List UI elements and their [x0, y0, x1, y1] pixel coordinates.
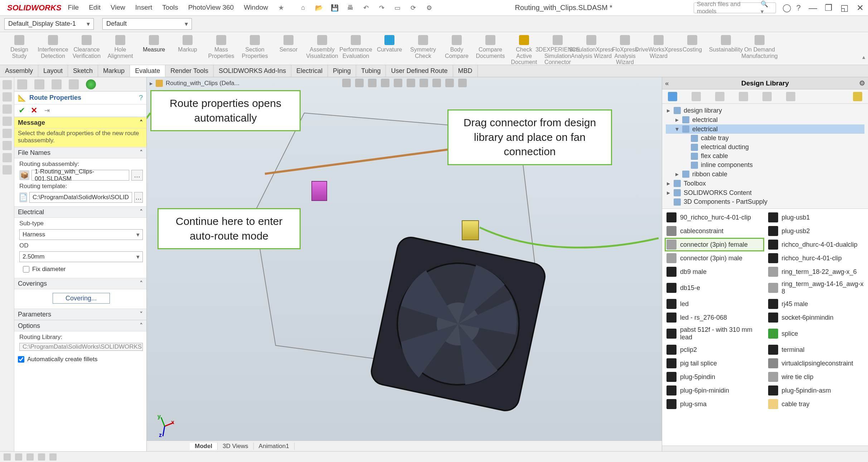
- status-icon[interactable]: [49, 453, 57, 461]
- rail-icon[interactable]: [3, 153, 12, 162]
- tab-assembly[interactable]: Assembly: [0, 65, 38, 77]
- lib-item-connector-3pin-male[interactable]: connector (3pin) male: [665, 252, 764, 265]
- open-icon[interactable]: 📂: [314, 3, 324, 13]
- search-input[interactable]: Search files and models 🔍 ▾: [694, 3, 776, 13]
- lib-item-socket-6pinmindin[interactable]: socket-6pinmindin: [767, 311, 865, 324]
- menu-tools[interactable]: Tools: [162, 4, 178, 12]
- maximize-icon[interactable]: ◱: [839, 3, 849, 13]
- tree-inline-components[interactable]: inline components: [666, 161, 864, 169]
- close-icon[interactable]: ✕: [855, 3, 865, 13]
- parameters-section[interactable]: Parameters˅: [14, 309, 146, 320]
- new-folder-icon[interactable]: [739, 92, 748, 101]
- search-icon[interactable]: 🔍 ▾: [761, 0, 773, 15]
- coverings-section[interactable]: Coverings˄: [14, 278, 146, 289]
- lib-item-pig-tail-splice[interactable]: pig tail splice: [665, 357, 764, 370]
- zoom-area-icon[interactable]: [355, 79, 364, 87]
- lib-item-db9-male[interactable]: db9 male: [665, 265, 764, 278]
- tab-piping[interactable]: Piping: [328, 65, 356, 77]
- tab-user-defined-route[interactable]: User Defined Route: [386, 65, 453, 77]
- browse-button[interactable]: …: [134, 192, 143, 203]
- tab-render-tools[interactable]: Render Tools: [165, 65, 214, 77]
- view-settings-icon[interactable]: [458, 79, 467, 87]
- tab-electrical[interactable]: Electrical: [291, 65, 328, 77]
- dimxpert-icon[interactable]: [69, 79, 79, 89]
- tree-flex-cable[interactable]: flex cable: [666, 152, 864, 161]
- menu-view[interactable]: View: [111, 4, 125, 12]
- property-help-icon[interactable]: ?: [139, 94, 143, 102]
- bottom-tab-animation1[interactable]: Animation1: [254, 443, 295, 450]
- tree-electrical[interactable]: ▸electrical: [666, 115, 864, 124]
- search-icon[interactable]: [786, 92, 795, 101]
- pane-options-icon[interactable]: ⚙: [859, 79, 865, 87]
- lib-item-plug-usb1[interactable]: plug-usb1: [767, 211, 865, 224]
- rail-icon[interactable]: [3, 141, 12, 150]
- tree-electrical[interactable]: ▾electrical: [666, 124, 864, 134]
- rail-icon[interactable]: [3, 92, 12, 102]
- user-icon[interactable]: ◯: [782, 3, 791, 13]
- lib-item-ring-term-18-22-awg-x-6[interactable]: ring_term_18-22_awg-x_6: [767, 265, 865, 278]
- edit-appearance-icon[interactable]: [432, 79, 441, 87]
- save-icon[interactable]: 💾: [330, 3, 339, 13]
- status-icon[interactable]: [26, 453, 34, 461]
- redo-icon[interactable]: ↷: [377, 3, 387, 13]
- collapse-pane-icon[interactable]: «: [665, 79, 669, 87]
- twisty-icon[interactable]: ▸: [666, 107, 671, 114]
- ribbon-markup[interactable]: Markup: [171, 34, 204, 53]
- menu-insert[interactable]: Insert: [135, 4, 152, 12]
- ribbon-interference-detection[interactable]: Interference Detection: [37, 34, 69, 59]
- ribbon-simulationxpress-analysis-wizard[interactable]: SimulationXpress Analysis Wizard: [575, 34, 608, 59]
- zoom-fit-icon[interactable]: [342, 79, 351, 87]
- twisty-icon[interactable]: ▸: [666, 180, 671, 187]
- select-icon[interactable]: ▭: [393, 3, 402, 13]
- graphics-viewport[interactable]: ▸ Routing_with_Clips (Defa...: [147, 77, 662, 451]
- electrical-section[interactable]: Electrical˄: [14, 206, 146, 218]
- file-names-section[interactable]: File Names˄: [14, 147, 146, 158]
- lib-item-connector-3pin-female[interactable]: connector (3pin) female: [665, 238, 764, 251]
- tab-tubing[interactable]: Tubing: [356, 65, 386, 77]
- ribbon-costing[interactable]: Costing: [676, 34, 709, 53]
- previous-view-icon[interactable]: [368, 79, 377, 87]
- ok-button[interactable]: ✔: [19, 106, 25, 115]
- fix-diameter-checkbox[interactable]: [23, 266, 29, 272]
- configuration-combo[interactable]: Default: [102, 18, 192, 30]
- covering-button[interactable]: Covering...: [53, 293, 110, 304]
- lib-item-splice[interactable]: splice: [767, 325, 865, 343]
- hide-show-icon[interactable]: [420, 79, 428, 87]
- home-icon[interactable]: ⌂: [299, 3, 308, 13]
- tab-sketch[interactable]: Sketch: [68, 65, 98, 77]
- tree-solidworks-content[interactable]: ▸SOLIDWORKS Content: [666, 188, 864, 197]
- status-icon[interactable]: [4, 453, 11, 461]
- tab-layout[interactable]: Layout: [38, 65, 68, 77]
- rail-icon[interactable]: [3, 104, 12, 114]
- ribbon-design-study[interactable]: Design Study: [3, 34, 36, 59]
- ribbon-sustainability[interactable]: Sustainability: [709, 34, 742, 53]
- add-to-library-icon[interactable]: [715, 92, 724, 101]
- tree-design-library[interactable]: ▸design library: [666, 106, 864, 115]
- ribbon-measure[interactable]: Measure: [137, 34, 170, 53]
- menu-photoview-360[interactable]: PhotoView 360: [188, 4, 234, 12]
- menu-file[interactable]: File: [68, 4, 79, 12]
- ribbon-assembly-visualization[interactable]: Assembly Visualization: [306, 34, 339, 59]
- browse-button[interactable]: …: [131, 170, 143, 181]
- menu-star-icon[interactable]: ★: [278, 4, 284, 12]
- ribbon-symmetry-check[interactable]: Symmetry Check: [407, 34, 440, 59]
- apply-scene-icon[interactable]: [445, 79, 454, 87]
- lib-item-pclip2[interactable]: pclip2: [665, 343, 764, 356]
- lib-item-plug-6pin-minidin[interactable]: plug-6pin-minidin: [665, 384, 764, 397]
- lib-item-led-rs-276-068[interactable]: led - rs_276-068: [665, 311, 764, 324]
- options-icon[interactable]: ⚙: [425, 3, 434, 13]
- lib-item-pabst-512f-with-310-mm-lead[interactable]: pabst 512f - with 310 mm lead: [665, 325, 764, 343]
- lib-item-plug-5pindin[interactable]: plug-5pindin: [665, 370, 764, 383]
- refresh-icon[interactable]: [762, 92, 772, 101]
- pin-icon[interactable]: ⇥: [44, 107, 50, 114]
- twisty-icon[interactable]: ▾: [674, 125, 679, 133]
- twisty-icon[interactable]: ▸: [674, 170, 679, 178]
- rebuild-icon[interactable]: ⟳: [409, 3, 418, 13]
- ribbon-compare-documents[interactable]: Compare Documents: [474, 34, 507, 59]
- forward-icon[interactable]: [692, 92, 701, 101]
- config-manager-icon[interactable]: [52, 79, 62, 89]
- lib-item-virtualclipsingleconstraint[interactable]: virtualclipsingleconstraint: [767, 357, 865, 370]
- ribbon-curvature[interactable]: Curvature: [373, 34, 406, 53]
- lib-item-cableconstraint[interactable]: cableconstraint: [665, 225, 764, 237]
- status-icon[interactable]: [15, 453, 22, 461]
